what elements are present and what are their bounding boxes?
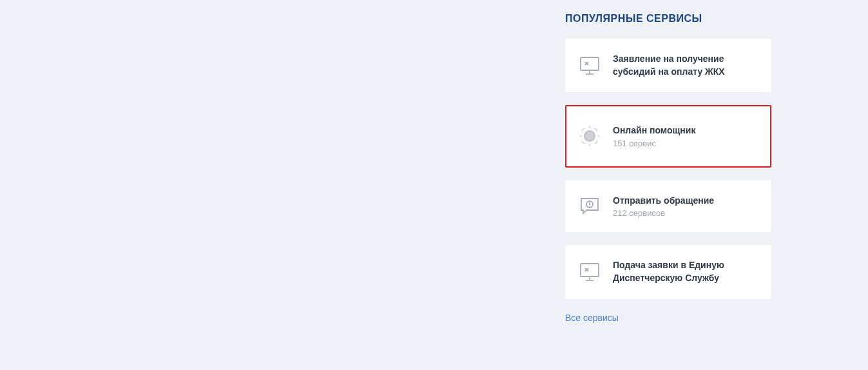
all-services-link[interactable]: Все сервисы xyxy=(565,313,619,323)
card-title: Онлайн помощник xyxy=(613,124,758,137)
service-card-online-assistant[interactable]: Онлайн помощник 151 сервис xyxy=(565,105,771,168)
card-text: Отправить обращение 212 сервисов xyxy=(613,195,758,219)
gear-badge-icon xyxy=(578,124,601,148)
card-text: Заявление на получение субсидий на оплат… xyxy=(613,53,758,78)
svg-point-6 xyxy=(586,132,594,141)
popular-services-sidebar: ПОПУЛЯРНЫЕ СЕРВИСЫ Заявление на получени… xyxy=(565,13,771,324)
card-text: Онлайн помощник 151 сервис xyxy=(613,124,758,148)
section-title: ПОПУЛЯРНЫЕ СЕРВИСЫ xyxy=(565,13,771,24)
svg-point-9 xyxy=(589,206,590,207)
service-card-send-request[interactable]: Отправить обращение 212 сервисов xyxy=(565,180,771,233)
service-card-subsidy[interactable]: Заявление на получение субсидий на оплат… xyxy=(565,39,771,92)
service-card-dispatch[interactable]: Подача заявки в Единую Диспетчерскую Слу… xyxy=(565,245,771,298)
monitor-icon xyxy=(578,260,601,284)
monitor-icon xyxy=(578,54,601,77)
card-subtitle: 151 сервис xyxy=(613,139,758,148)
card-text: Подача заявки в Единую Диспетчерскую Слу… xyxy=(613,259,758,284)
card-title: Подача заявки в Единую Диспетчерскую Слу… xyxy=(613,259,758,284)
chat-alert-icon xyxy=(578,195,601,218)
svg-rect-10 xyxy=(581,264,599,277)
card-title: Заявление на получение субсидий на оплат… xyxy=(613,53,758,78)
card-subtitle: 212 сервисов xyxy=(613,208,758,218)
svg-rect-0 xyxy=(581,57,599,70)
card-title: Отправить обращение xyxy=(613,195,758,208)
